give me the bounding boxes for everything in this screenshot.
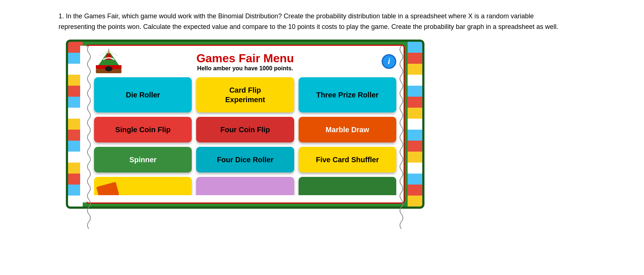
row4-btn2[interactable] [196, 177, 294, 195]
info-button[interactable]: i [382, 54, 396, 69]
left-margin [0, 7, 51, 275]
tent-icon [94, 49, 123, 74]
question-body: In the Games Fair, which game would work… [59, 12, 558, 30]
single-coin-flip-button[interactable]: Single Coin Flip [94, 117, 192, 142]
wavy-border-right-decoration [398, 46, 404, 229]
card-flip-button[interactable]: Card FlipExperiment [196, 77, 294, 112]
marble-draw-button[interactable]: Marble Draw [299, 117, 396, 142]
games-grid-row1: Die Roller Card FlipExperiment Three Pri… [94, 77, 396, 112]
three-prize-roller-button[interactable]: Three Prize Roller [299, 77, 396, 112]
games-fair-wrapper: Games Fair Menu Hello amber you have 100… [66, 40, 637, 209]
wavy-border-left-decoration [86, 46, 92, 229]
games-fair-container: Games Fair Menu Hello amber you have 100… [86, 45, 405, 204]
header-section: Games Fair Menu Hello amber you have 100… [94, 51, 396, 72]
spinner-button[interactable]: Spinner [94, 147, 192, 172]
svg-rect-5 [108, 49, 109, 54]
four-dice-roller-button[interactable]: Four Dice Roller [196, 147, 294, 172]
header-text: Games Fair Menu Hello amber you have 100… [94, 51, 396, 72]
question-block: 1. In the Games Fair, which game would w… [59, 11, 571, 32]
question-number: 1. [59, 12, 64, 20]
subtitle: Hello amber you have 1000 points. [94, 65, 396, 72]
content-area: 1. In the Games Fair, which game would w… [51, 7, 644, 275]
die-roller-button[interactable]: Die Roller [94, 77, 192, 112]
games-grid-row2: Single Coin Flip Four Coin Flip Marble D… [94, 117, 396, 142]
svg-point-6 [105, 66, 112, 71]
four-coin-flip-button[interactable]: Four Coin Flip [196, 117, 294, 142]
games-fair-title: Games Fair Menu [94, 51, 396, 65]
row4-btn3[interactable] [299, 177, 396, 195]
games-grid-row3: Spinner Four Dice Roller Five Card Shuff… [94, 147, 396, 172]
outer-border: Games Fair Menu Hello amber you have 100… [66, 40, 424, 209]
five-card-shuffler-button[interactable]: Five Card Shuffler [299, 147, 396, 172]
games-grid-row4-partial [94, 177, 396, 195]
